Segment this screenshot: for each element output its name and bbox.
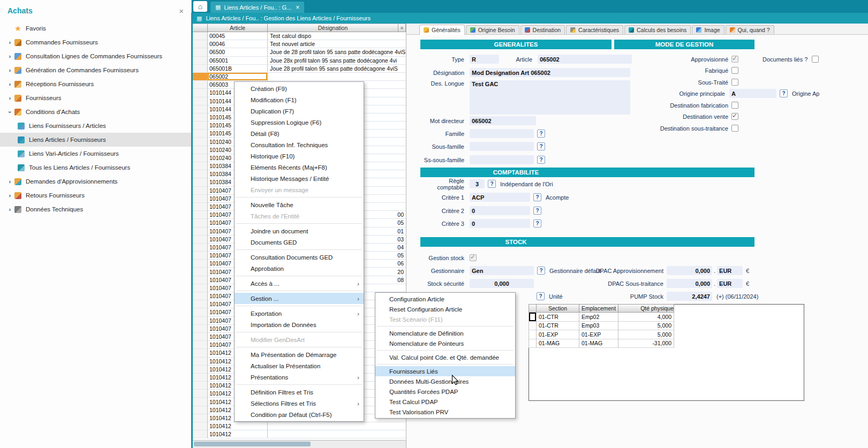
context-menu-item-historique-messages-entite[interactable]: Historique Messages / Entité [235, 173, 364, 184]
row-selector-cell[interactable] [193, 40, 208, 48]
sidebar-item-liens-articles-fournisseurs[interactable]: Liens Articles / Fournisseurs [0, 133, 191, 147]
row-selector-cell[interactable] [193, 73, 208, 81]
regle-comptable-lookup-button[interactable]: ? [488, 180, 496, 188]
row-selector-cell[interactable] [193, 154, 208, 162]
row-selector-cell[interactable] [193, 333, 208, 341]
gestion-submenu-item-donnees-multi-gestionnaires[interactable]: Données Multi-Gestionnaires [375, 376, 515, 386]
table-options-icon[interactable]: ≡ [398, 24, 406, 32]
sidebar-item-conditions-achats[interactable]: ›Conditions d'Achats [0, 105, 191, 119]
row-selector-cell[interactable] [193, 32, 208, 40]
stock-column-header-emplacement[interactable]: Emplacement [579, 304, 618, 313]
sidebar-item-consultation-lignes-commandes[interactable]: ›Consultation Lignes de Commandes Fourni… [0, 49, 191, 63]
row-selector-cell[interactable] [193, 146, 208, 154]
tab-liens-articles-fournisseurs[interactable]: ▦ Liens Articles / Fou.. : G... × [210, 2, 304, 13]
column-header-article[interactable]: Article [208, 24, 268, 32]
table-row[interactable]: 1010412 [193, 422, 406, 430]
context-menu-item-exportation[interactable]: Exportation› [235, 308, 364, 319]
row-selector-cell[interactable] [193, 48, 208, 56]
gestion-submenu-item-configuration-article[interactable]: Configuration Article [375, 294, 515, 304]
home-button[interactable]: ⌂ [193, 1, 207, 12]
sidebar-item-liens-fournisseurs-articles[interactable]: Liens Fournisseurs / Articles [0, 119, 191, 133]
context-menu-item-duplication-f7[interactable]: Duplication (F7) [235, 105, 364, 117]
sidebar-item-liens-vari-articles-fournisseurs[interactable]: Liens Vari-Articles / Fournisseurs [0, 147, 191, 161]
gestion-submenu-item-val-calcul-point-cde-et-qte-demandee[interactable]: Val. Calcul point Cde. et Qté. demandée [375, 352, 515, 362]
horizontal-scrollbar[interactable] [193, 440, 406, 448]
gestionnaire-lookup-button[interactable]: ? [537, 267, 545, 275]
dpac-approvisionnement-field[interactable]: 0,000 [667, 266, 712, 275]
row-selector-cell[interactable] [193, 349, 208, 357]
chevron-right-icon[interactable]: › [5, 40, 14, 45]
context-menu-item-consultation-inf-techniques[interactable]: Consultation Inf. Techniques [235, 139, 364, 150]
tab-caracteristiques[interactable]: Caractéristiques [566, 25, 623, 34]
context-menu-item-creation-f9[interactable]: Création (F9) [235, 83, 364, 94]
tab-image[interactable]: Image [692, 25, 724, 34]
context-menu-item-nouvelle-tache[interactable]: Nouvelle Tâche [235, 199, 364, 210]
table-row[interactable]: 1010412 [193, 430, 406, 438]
stock-table-row[interactable]: 01-CTREmp035,000 [529, 322, 674, 331]
documents-lies-checkbox[interactable] [812, 56, 819, 63]
dpac-sous-traitance-currency-field[interactable]: EUR [717, 279, 743, 288]
type-field[interactable]: R [470, 55, 499, 64]
cell-article[interactable]: 00046 [208, 40, 268, 48]
sidebar-item-retours-fournisseurs[interactable]: ›Retours Fournisseurs [0, 188, 191, 202]
row-selector-cell[interactable] [193, 122, 208, 130]
origine-principale-lookup-button[interactable]: ? [780, 89, 788, 97]
chevron-right-icon[interactable]: › [5, 81, 14, 87]
famille-field[interactable] [470, 129, 534, 138]
select-all-corner[interactable] [193, 24, 208, 32]
gestion-submenu-item-test-calcul-pdap[interactable]: Test Calcul PDAP [375, 397, 515, 407]
row-selector-cell[interactable] [193, 382, 208, 390]
cell-article[interactable]: 065001 [208, 57, 268, 65]
cell-designation[interactable]: Test nouvel article [268, 40, 406, 48]
pump-stock-field[interactable]: 2,4247 [667, 292, 712, 301]
row-selector-cell[interactable] [193, 398, 208, 406]
row-selector-cell[interactable] [193, 130, 208, 138]
tab-close-icon[interactable]: × [296, 4, 299, 11]
gestion-submenu-item-nomenclature-de-definition[interactable]: Nomenclature de Définition [375, 328, 515, 338]
cell-article[interactable]: 06500 [208, 48, 268, 56]
row-selector-cell[interactable] [193, 260, 208, 268]
destination-sous-traitance-checkbox[interactable] [731, 125, 738, 132]
critere3-field[interactable]: 0 [470, 219, 530, 228]
sidebar-item-generation-commandes[interactable]: ›Génération de Commandes Fournisseurs [0, 63, 191, 77]
chevron-right-icon[interactable]: › [5, 179, 14, 185]
row-selector-cell[interactable] [193, 252, 208, 260]
gestion-submenu-item-nomenclature-de-pointeurs[interactable]: Nomenclature de Pointeurs [375, 338, 515, 348]
row-selector-cell[interactable] [193, 284, 208, 292]
des-longue-field[interactable]: Test GAC [470, 80, 630, 115]
cell-article[interactable]: 1010412 [208, 422, 268, 430]
context-menu-item-consultation-documents-ged[interactable]: Consultation Documents GED [235, 252, 364, 263]
critere2-field[interactable]: 0 [470, 206, 530, 215]
tab-destination[interactable]: Destination [520, 25, 565, 34]
sidebar-item-demandes-approvisionnements[interactable]: ›Demandes d'Approvisionnements [0, 174, 191, 188]
row-selector-cell[interactable] [193, 244, 208, 252]
row-selector-cell[interactable] [193, 374, 208, 382]
chevron-right-icon[interactable]: › [5, 54, 14, 59]
context-menu-item-presentations[interactable]: Présentations› [235, 371, 364, 383]
row-selector-cell[interactable] [193, 97, 208, 105]
sidebar-item-commandes-fournisseurs[interactable]: ›Commandes Fournisseurs [0, 35, 191, 49]
cell-designation[interactable]: Test calcul dispo [268, 32, 406, 40]
row-selector-cell[interactable] [193, 236, 208, 244]
row-selector-cell[interactable] [193, 276, 208, 284]
cell-designation[interactable]: Joue 28 profil talon 95 sans patte dodéc… [268, 65, 406, 73]
context-menu-item-joindre-un-document[interactable]: Joindre un document [235, 225, 364, 237]
designation-field[interactable]: Mod Designation Art 065002 [470, 68, 630, 77]
fabrique-checkbox[interactable] [731, 67, 738, 74]
row-selector-cell[interactable] [193, 414, 208, 422]
row-selector-cell[interactable] [193, 430, 208, 438]
row-selector-cell[interactable] [193, 325, 208, 333]
stock-column-header-qte-physique[interactable]: Qté physique [618, 304, 674, 313]
origine-principale-field[interactable]: A [729, 89, 776, 98]
cell-article[interactable]: 065001B [208, 65, 268, 73]
critere2-lookup-button[interactable]: ? [533, 207, 541, 215]
table-row[interactable]: 00046Test nouvel article [193, 40, 406, 48]
chevron-down-icon[interactable]: › [7, 108, 13, 117]
stock-securite-field[interactable]: 0,000 [470, 279, 534, 288]
dpac-approvisionnement-currency-field[interactable]: EUR [717, 266, 743, 275]
context-menu-item-approbation[interactable]: Approbation [235, 263, 364, 274]
context-menu-item-selections-filtres-et-tris[interactable]: Sélections Filtres et Tris› [235, 398, 364, 409]
mot-directeur-field[interactable]: 065002 [470, 116, 536, 125]
row-selector-cell[interactable] [193, 162, 208, 170]
row-selector-cell[interactable] [193, 57, 208, 65]
